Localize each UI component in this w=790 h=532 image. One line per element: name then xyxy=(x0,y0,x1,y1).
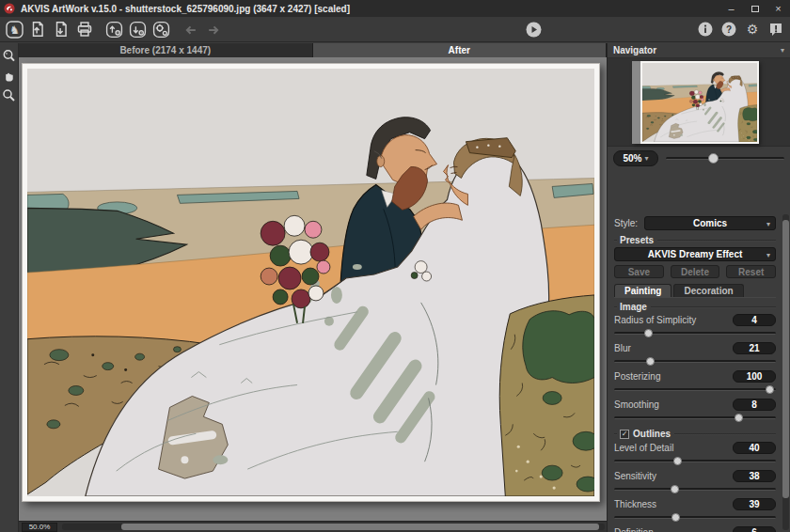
outlines-checkbox[interactable]: ✓ xyxy=(620,430,629,439)
import-presets-icon[interactable] xyxy=(104,20,123,39)
preset-value: AKVIS Dreamy Effect xyxy=(648,249,743,259)
presets-legend: Presets xyxy=(614,235,776,245)
redo-icon[interactable] xyxy=(204,20,223,39)
svg-text:♞: ♞ xyxy=(9,23,20,37)
parameter-value-field[interactable]: 21 xyxy=(733,342,776,354)
quick-preview-tool-icon[interactable] xyxy=(2,48,17,63)
artwork-app-window: AKVIS ArtWork v.15.0 - shutterstock_6257… xyxy=(0,0,790,532)
navigator-thumbnail[interactable] xyxy=(632,61,759,144)
horizontal-scrollbar[interactable] xyxy=(62,524,605,530)
slider-thumb[interactable] xyxy=(766,385,774,394)
tab-painting[interactable]: Painting xyxy=(614,284,672,297)
image-canvas[interactable] xyxy=(19,57,607,521)
tab-decoration[interactable]: Decoration xyxy=(673,284,743,297)
parameter-label: Definition xyxy=(614,527,654,532)
style-dropdown[interactable]: Comics ▾ xyxy=(644,216,776,230)
slider-track[interactable] xyxy=(614,388,776,391)
slider-track[interactable] xyxy=(614,488,776,491)
parameter-value-field[interactable]: 38 xyxy=(733,470,776,482)
parameter-value-field[interactable]: 8 xyxy=(733,399,776,411)
parameter-slider[interactable] xyxy=(614,511,776,523)
parameter-row: Level of Detail 40 xyxy=(614,441,776,468)
chevron-down-icon: ▾ xyxy=(645,154,649,163)
help-icon[interactable]: ? xyxy=(719,20,738,39)
status-zoom-value[interactable]: 50.0% xyxy=(22,523,57,532)
preferences-gear-icon[interactable]: ⚙ xyxy=(743,20,762,39)
parameter-slider[interactable] xyxy=(614,383,776,395)
minimize-button[interactable]: – xyxy=(719,0,743,17)
batch-processing-icon[interactable] xyxy=(151,20,170,39)
save-image-icon[interactable] xyxy=(52,20,71,39)
slider-thumb[interactable] xyxy=(646,357,655,366)
slider-thumb[interactable] xyxy=(672,513,680,522)
view-tabbar: Before (2174 x 1447) After xyxy=(19,43,607,57)
style-value: Comics xyxy=(693,218,727,228)
navigator-thumbnail-image xyxy=(640,61,759,144)
maximize-button[interactable] xyxy=(743,0,766,17)
close-button[interactable]: × xyxy=(766,0,790,17)
zoom-tool-icon[interactable] xyxy=(2,87,17,102)
parameter-row: Sensitivity 38 xyxy=(614,469,776,496)
title-bar: AKVIS ArtWork v.15.0 - shutterstock_6257… xyxy=(0,0,790,17)
panel-scrollbar[interactable] xyxy=(782,214,789,530)
parameter-row: Posterizing 100 xyxy=(614,369,776,397)
parameter-tabs: Painting Decoration xyxy=(614,284,776,298)
undo-icon[interactable] xyxy=(181,20,199,39)
navigator-collapse-icon[interactable]: ▾ xyxy=(781,46,784,55)
zoom-slider[interactable] xyxy=(666,150,784,166)
parameter-value-field[interactable]: 4 xyxy=(733,314,776,326)
parameter-row: Definition 6 xyxy=(614,525,776,532)
effect-settings: Style: Comics ▾ Presets AKVIS Dreamy Eff… xyxy=(608,212,782,532)
navigator-preview xyxy=(608,57,790,147)
slider-thumb[interactable] xyxy=(644,329,653,337)
parameter-slider[interactable] xyxy=(614,455,776,466)
open-image-icon[interactable] xyxy=(28,20,47,39)
panel-scrollbar-thumb[interactable] xyxy=(782,220,789,498)
zoom-value: 50% xyxy=(623,153,641,164)
result-image[interactable] xyxy=(22,63,600,502)
zoom-slider-track[interactable] xyxy=(666,157,784,160)
parameter-value-field[interactable]: 100 xyxy=(733,370,776,383)
save-preset-button[interactable]: Save xyxy=(614,265,664,278)
slider-track[interactable] xyxy=(614,416,776,419)
parameter-slider[interactable] xyxy=(614,483,776,494)
slider-track[interactable] xyxy=(614,332,776,335)
preset-dropdown[interactable]: AKVIS Dreamy Effect ▾ xyxy=(614,247,776,261)
info-icon[interactable] xyxy=(696,20,715,39)
slider-thumb[interactable] xyxy=(735,414,743,422)
delete-preset-button[interactable]: Delete xyxy=(671,265,720,278)
parameter-row: Smoothing 8 xyxy=(614,398,776,425)
parameter-slider[interactable] xyxy=(614,412,776,423)
tool-column xyxy=(0,43,19,532)
slider-track[interactable] xyxy=(614,516,776,519)
settings-panel: Navigator ▾ 50% ▾ xyxy=(607,43,790,532)
parameter-slider[interactable] xyxy=(614,327,776,338)
app-logo-icon xyxy=(4,3,15,14)
parameter-label: Blur xyxy=(614,343,631,353)
hand-tool-icon[interactable] xyxy=(2,68,17,83)
tab-after[interactable]: After xyxy=(313,43,608,57)
export-presets-icon[interactable] xyxy=(128,20,147,39)
tab-before[interactable]: Before (2174 x 1447) xyxy=(19,43,313,57)
parameter-value-field[interactable]: 40 xyxy=(733,442,776,454)
slider-thumb[interactable] xyxy=(671,485,679,493)
zoom-slider-thumb[interactable] xyxy=(708,153,719,164)
parameter-slider[interactable] xyxy=(614,355,776,367)
print-icon[interactable] xyxy=(75,20,94,39)
zoom-dropdown[interactable]: 50% ▾ xyxy=(613,150,658,166)
parameter-label: Posterizing xyxy=(614,371,660,382)
parameter-label: Smoothing xyxy=(614,399,659,410)
parameter-value-field[interactable]: 39 xyxy=(733,498,776,510)
parameter-value-field[interactable]: 6 xyxy=(733,526,776,532)
parameter-row: Radius of Simplicity 4 xyxy=(614,313,776,340)
navigator-header: Navigator ▾ xyxy=(608,43,790,57)
window-title: AKVIS ArtWork v.15.0 - shutterstock_6257… xyxy=(21,4,350,14)
reset-preset-button[interactable]: Reset xyxy=(726,265,776,278)
slider-track[interactable] xyxy=(614,460,776,462)
feedback-icon[interactable] xyxy=(766,20,785,39)
run-processing-button[interactable] xyxy=(524,20,543,39)
artwork-logo-icon[interactable]: ♞ xyxy=(5,20,24,39)
slider-track[interactable] xyxy=(614,360,776,363)
slider-thumb[interactable] xyxy=(673,457,682,465)
horizontal-scrollbar-thumb[interactable] xyxy=(121,524,599,530)
